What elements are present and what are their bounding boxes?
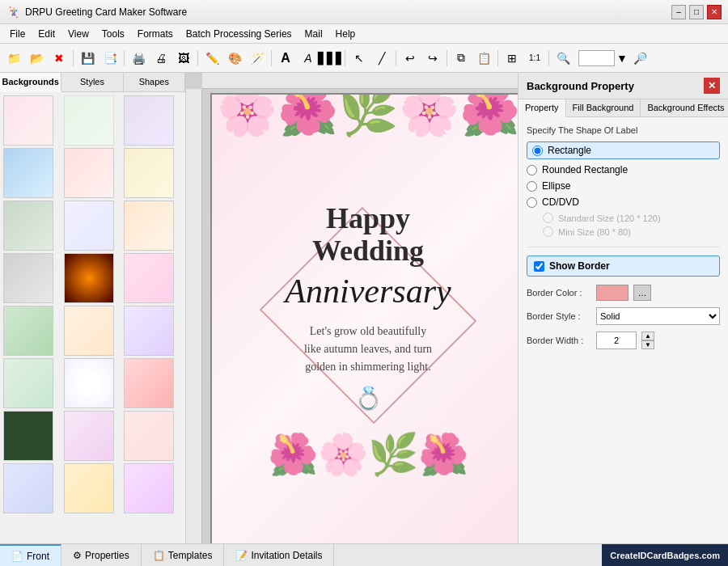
toolbar-line[interactable]: ╱ (371, 48, 392, 69)
thumbnail-grid-container[interactable] (0, 92, 185, 543)
thumb-13[interactable] (3, 306, 53, 356)
minimize-button[interactable]: – (671, 5, 686, 19)
tab-backgrounds[interactable]: Backgrounds (0, 73, 61, 92)
toolbar-open[interactable]: 📂 (26, 48, 47, 69)
tab-property[interactable]: Property (518, 99, 566, 117)
border-color-label: Border Color : (527, 288, 591, 298)
cd-standard-option[interactable]: Standard Size (120 * 120) (543, 213, 720, 223)
tab-shapes[interactable]: Shapes (124, 73, 185, 91)
toolbar-save-as[interactable]: 📑 (99, 48, 121, 69)
radio-rounded-rectangle[interactable]: Rounded Rectangle (527, 164, 720, 175)
thumb-11[interactable] (64, 253, 114, 303)
thumb-2[interactable] (64, 95, 114, 146)
thumb-23[interactable] (64, 463, 114, 513)
toolbar-print[interactable]: 🖨️ (128, 48, 149, 69)
tab-bg-effects[interactable]: Background Effects (641, 99, 728, 116)
status-tab-templates[interactable]: 📋 Templates (142, 544, 225, 566)
thumb-24[interactable] (124, 463, 174, 513)
thumb-14[interactable] (64, 306, 114, 356)
toolbar-cursor[interactable]: ↖ (349, 48, 370, 69)
templates-icon: 📋 (153, 550, 165, 561)
ruler-left (186, 89, 202, 543)
tab-fill-background[interactable]: Fill Background (566, 99, 641, 116)
menu-mail[interactable]: Mail (298, 27, 329, 41)
thumb-17[interactable] (64, 358, 114, 408)
border-width-up[interactable]: ▲ (641, 332, 654, 340)
properties-label: Properties (85, 550, 129, 561)
thumb-8[interactable] (64, 201, 114, 251)
thumb-12[interactable] (124, 253, 174, 303)
toolbar-print2[interactable]: 🖨 (150, 48, 171, 69)
radio-cddvd[interactable]: CD/DVD (527, 196, 720, 208)
status-tab-properties[interactable]: ⚙ Properties (61, 544, 142, 566)
toolbar-text[interactable]: A (275, 48, 296, 69)
thumb-19[interactable] (3, 411, 53, 461)
menu-formats[interactable]: Formats (131, 27, 180, 41)
toolbar-copy[interactable]: ⧉ (451, 48, 472, 69)
maximize-button[interactable]: □ (689, 5, 704, 19)
toolbar-1to1[interactable]: 1:1 (524, 48, 545, 69)
status-tab-front[interactable]: 📄 Front (0, 544, 61, 566)
prop-content: Specify The Shape Of Label Rectangle Rou… (518, 117, 728, 543)
toolbar-zoom-out[interactable]: 🔎 (629, 48, 650, 69)
toolbar-barcode[interactable]: ▋▋▋ (320, 48, 341, 69)
show-border-section[interactable]: Show Border (527, 256, 720, 277)
toolbar-grid[interactable]: ⊞ (502, 48, 523, 69)
menu-view[interactable]: View (61, 27, 95, 41)
toolbar-zoom-in[interactable]: 🔍 (552, 48, 574, 69)
thumb-1[interactable] (3, 95, 53, 146)
toolbar-paste[interactable]: 📋 (473, 48, 494, 69)
thumb-18[interactable] (124, 358, 174, 408)
zoom-dropdown[interactable]: ▼ (616, 48, 628, 69)
thumb-9[interactable] (124, 201, 174, 251)
toolbar-pencil[interactable]: ✏️ (201, 48, 222, 69)
border-color-swatch[interactable] (596, 285, 629, 301)
toolbar-redo[interactable]: ↪ (422, 48, 443, 69)
toolbar-save[interactable]: 💾 (77, 48, 98, 69)
toolbar-paint[interactable]: 🎨 (224, 48, 245, 69)
toolbar-wand[interactable]: 🪄 (247, 48, 268, 69)
thumb-10[interactable] (3, 253, 53, 303)
toolbar-delete[interactable]: ✖ (49, 48, 70, 69)
border-width-down[interactable]: ▼ (641, 340, 654, 349)
toolbar-sep-1 (73, 50, 74, 66)
show-border-checkbox[interactable] (534, 261, 544, 272)
thumb-16[interactable] (3, 358, 53, 408)
thumb-7[interactable] (3, 201, 53, 251)
toolbar-text2[interactable]: A (298, 48, 319, 69)
radio-ellipse[interactable]: Ellipse (527, 180, 720, 192)
menu-help[interactable]: Help (329, 27, 362, 41)
bg-property-header: Background Property ✕ (518, 73, 728, 99)
menu-edit[interactable]: Edit (32, 27, 61, 41)
close-button[interactable]: ✕ (707, 5, 722, 19)
prop-tabs: Property Fill Background Background Effe… (518, 99, 728, 117)
menu-batch[interactable]: Batch Processing Series (180, 27, 298, 41)
border-width-input[interactable] (596, 332, 637, 349)
thumb-3[interactable] (124, 95, 174, 146)
toolbar-sep-2 (124, 50, 125, 66)
toolbar-image[interactable]: 🖼 (173, 48, 194, 69)
thumb-20[interactable] (64, 411, 114, 461)
thumb-15[interactable] (124, 306, 174, 356)
tab-styles[interactable]: Styles (61, 73, 123, 91)
zoom-input[interactable]: 125% (578, 50, 615, 66)
toolbar-new[interactable]: 📁 (3, 48, 24, 69)
border-color-more[interactable]: … (633, 285, 651, 301)
menu-file[interactable]: File (3, 27, 32, 41)
thumb-6[interactable] (124, 148, 174, 198)
card-anniversary: Anniversary (285, 272, 451, 310)
thumb-5[interactable] (64, 148, 114, 198)
cd-mini-option[interactable]: Mini Size (80 * 80) (543, 226, 720, 237)
toolbar-undo[interactable]: ↩ (400, 48, 421, 69)
toolbar-sep-4 (271, 50, 272, 66)
status-tab-invitation[interactable]: 📝 Invitation Details (224, 544, 334, 566)
menu-tools[interactable]: Tools (95, 27, 131, 41)
bg-property-close[interactable]: ✕ (704, 78, 720, 94)
border-style-select[interactable]: Solid Dashed Dotted (596, 307, 720, 325)
thumb-4[interactable] (3, 148, 53, 198)
thumb-22[interactable] (3, 463, 53, 513)
radio-rectangle[interactable]: Rectangle (527, 142, 720, 159)
thumb-21[interactable] (124, 411, 174, 461)
card-canvas[interactable]: 🌸🌺🌿🌸🌺 Happy Wedding Anniversary Let's (210, 93, 518, 543)
thumbnail-grid (3, 95, 182, 513)
